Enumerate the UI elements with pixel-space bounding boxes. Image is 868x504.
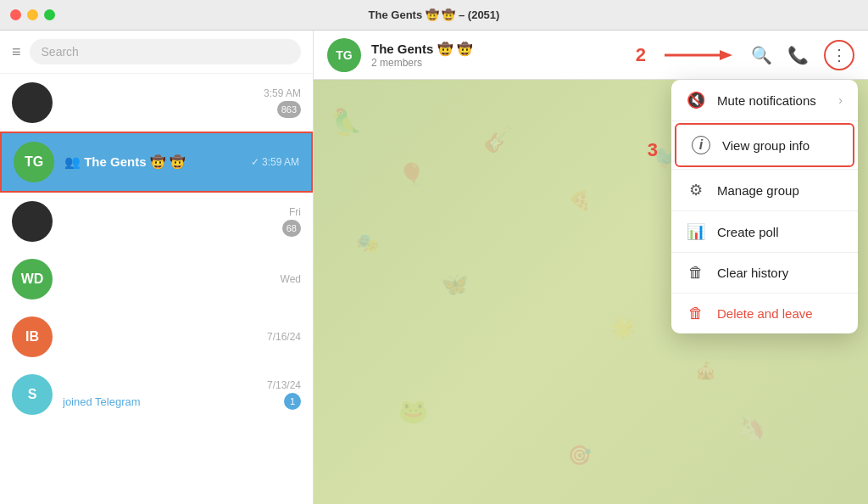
list-item[interactable]: S 7/13/24 joined Telegram 1 — [0, 366, 313, 423]
chat-content: Fri 68 — [63, 206, 301, 237]
clear-icon: 🗑 — [687, 264, 705, 282]
chat-header-info: The Gents 🤠 🤠 2 members — [371, 42, 626, 69]
unread-badge: 863 — [277, 101, 301, 118]
close-button[interactable] — [10, 9, 21, 20]
chat-header-name: The Gents 🤠 🤠 — [371, 42, 626, 57]
menu-divider — [671, 120, 858, 121]
more-options-button[interactable]: ⋮ — [824, 40, 854, 70]
dropdown-menu: 🔇 Mute notifications › i View group info… — [671, 80, 858, 333]
menu-label-view-group: View group info — [722, 138, 810, 153]
arrow-icon — [665, 45, 732, 65]
menu-label-clear: Clear history — [717, 266, 788, 280]
list-item[interactable]: 3:59 AM 863 — [0, 74, 313, 132]
chat-time-active: ✓ 3:59 AM — [251, 156, 299, 168]
avatar-s: S — [12, 374, 53, 415]
menu-item-manage[interactable]: ⚙ Manage group — [671, 170, 858, 210]
menu-label-mute: Mute notifications — [717, 93, 816, 108]
search-bar[interactable]: Search — [30, 39, 301, 64]
window-title: The Gents 🤠 🤠 – (2051) — [369, 8, 500, 21]
delete-icon: 🗑 — [687, 305, 705, 322]
poll-icon: 📊 — [687, 222, 705, 241]
chevron-icon: › — [838, 93, 843, 107]
chat-time: Fri — [289, 206, 301, 218]
search-label: Search — [42, 45, 79, 59]
search-header-icon[interactable]: 🔍 — [751, 45, 772, 65]
unread-badge: 1 — [284, 393, 301, 410]
unread-badge: 68 — [282, 220, 301, 237]
menu-label-manage: Manage group — [717, 183, 799, 198]
chat-time: 7/13/24 — [267, 379, 301, 391]
menu-item-delete[interactable]: 🗑 Delete and leave — [671, 294, 858, 333]
menu-item-mute[interactable]: 🔇 Mute notifications › — [671, 80, 858, 120]
menu-item-clear[interactable]: 🗑 Clear history — [671, 253, 858, 293]
list-item[interactable]: Fri 68 — [0, 193, 313, 250]
chat-list: 3:59 AM 863 TG 👥 The Gents 🤠 🤠 ✓ 3:59 AM — [0, 74, 313, 504]
avatar-wd: WD — [12, 259, 53, 300]
chat-time: 3:59 AM — [264, 87, 301, 99]
mute-icon: 🔇 — [687, 91, 705, 109]
annotation-3: 3 — [648, 139, 658, 161]
chat-header-actions: 2 🔍 📞 ⋮ — [636, 40, 854, 70]
menu-item-poll[interactable]: 📊 Create poll — [671, 211, 858, 252]
sidebar: ≡ Search 3:59 AM 863 — [0, 31, 314, 504]
list-item[interactable]: WD Wed — [0, 250, 313, 308]
menu-label-delete: Delete and leave — [717, 306, 813, 321]
chat-time: Wed — [281, 273, 301, 285]
info-icon: i — [692, 136, 710, 154]
chat-content: 3:59 AM 863 — [63, 87, 301, 118]
chat-header-avatar: TG — [327, 38, 361, 72]
chat-preview: joined Telegram — [63, 395, 141, 408]
app-body: ≡ Search 3:59 AM 863 — [0, 31, 868, 504]
list-item-the-gents[interactable]: TG 👥 The Gents 🤠 🤠 ✓ 3:59 AM 1 — [0, 132, 313, 193]
chat-content: 7/16/24 — [63, 331, 301, 343]
hamburger-icon[interactable]: ≡ — [12, 43, 21, 61]
minimize-button[interactable] — [27, 9, 38, 20]
sidebar-header: ≡ Search — [0, 31, 313, 74]
chat-header: TG The Gents 🤠 🤠 2 members 2 🔍 📞 ⋮ — [314, 31, 868, 80]
calls-header-icon[interactable]: 📞 — [787, 45, 809, 65]
chat-content: 7/13/24 joined Telegram 1 — [63, 379, 301, 410]
chat-header-members: 2 members — [371, 57, 626, 69]
avatar — [12, 82, 53, 123]
avatar-ib: IB — [12, 316, 53, 357]
chat-content: Wed — [63, 273, 301, 285]
maximize-button[interactable] — [44, 9, 55, 20]
chat-name-active: 👥 The Gents 🤠 🤠 — [64, 154, 186, 170]
svg-marker-1 — [720, 50, 732, 60]
window-controls — [10, 9, 55, 20]
menu-item-view-group[interactable]: i View group info — [675, 123, 854, 167]
manage-icon: ⚙ — [687, 181, 705, 199]
menu-label-poll: Create poll — [717, 225, 779, 239]
title-bar: The Gents 🤠 🤠 – (2051) — [0, 0, 868, 31]
chat-time: 7/16/24 — [267, 331, 301, 343]
avatar-tg: TG — [14, 142, 54, 182]
list-item[interactable]: IB 7/16/24 — [0, 308, 313, 366]
avatar — [12, 201, 53, 242]
chat-content-active: 👥 The Gents 🤠 🤠 ✓ 3:59 AM — [64, 154, 299, 170]
chat-area: TG The Gents 🤠 🤠 2 members 2 🔍 📞 ⋮ — [314, 31, 868, 504]
annotation-2: 2 — [636, 44, 646, 66]
